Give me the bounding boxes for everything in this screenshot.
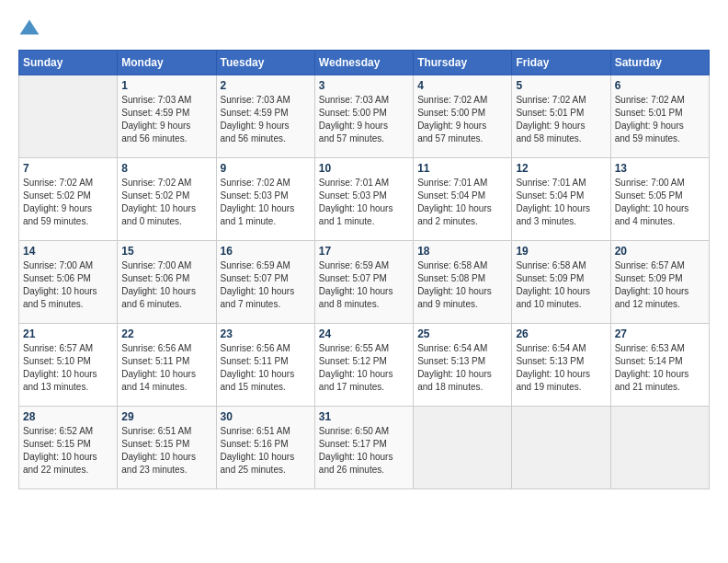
day-info: Sunrise: 6:58 AM Sunset: 5:08 PM Dayligh… (417, 259, 507, 311)
day-number: 19 (516, 245, 606, 258)
day-info: Sunrise: 6:51 AM Sunset: 5:16 PM Dayligh… (221, 425, 311, 477)
calendar-cell: 31Sunrise: 6:50 AM Sunset: 5:17 PM Dayli… (314, 407, 413, 489)
day-number: 22 (121, 327, 211, 340)
calendar-cell: 20Sunrise: 6:57 AM Sunset: 5:09 PM Dayli… (610, 241, 709, 324)
calendar-cell: 19Sunrise: 6:58 AM Sunset: 5:09 PM Dayli… (512, 241, 610, 324)
calendar-cell: 12Sunrise: 7:01 AM Sunset: 5:04 PM Dayli… (512, 158, 610, 241)
day-number: 20 (615, 245, 705, 258)
calendar-cell (19, 75, 118, 158)
page-header (18, 18, 710, 40)
calendar-cell: 5Sunrise: 7:02 AM Sunset: 5:01 PM Daylig… (512, 75, 610, 158)
day-number: 12 (516, 162, 606, 175)
calendar-cell: 4Sunrise: 7:02 AM Sunset: 5:00 PM Daylig… (414, 75, 512, 158)
day-info: Sunrise: 6:51 AM Sunset: 5:15 PM Dayligh… (121, 425, 211, 477)
day-info: Sunrise: 7:00 AM Sunset: 5:06 PM Dayligh… (121, 259, 211, 311)
day-info: Sunrise: 7:02 AM Sunset: 5:01 PM Dayligh… (516, 94, 606, 145)
day-number: 29 (121, 410, 211, 423)
weekday-header: Thursday (414, 51, 512, 75)
day-info: Sunrise: 6:59 AM Sunset: 5:07 PM Dayligh… (319, 259, 409, 311)
weekday-header: Wednesday (314, 51, 413, 75)
calendar-cell: 26Sunrise: 6:54 AM Sunset: 5:13 PM Dayli… (512, 324, 610, 407)
day-info: Sunrise: 7:00 AM Sunset: 5:05 PM Dayligh… (615, 177, 705, 228)
day-info: Sunrise: 7:02 AM Sunset: 5:02 PM Dayligh… (121, 177, 211, 228)
day-info: Sunrise: 7:00 AM Sunset: 5:06 PM Dayligh… (23, 259, 113, 311)
day-number: 15 (121, 245, 211, 258)
day-info: Sunrise: 6:50 AM Sunset: 5:17 PM Dayligh… (319, 425, 409, 477)
calendar-cell: 11Sunrise: 7:01 AM Sunset: 5:04 PM Dayli… (414, 158, 512, 241)
calendar-cell: 6Sunrise: 7:02 AM Sunset: 5:01 PM Daylig… (610, 75, 709, 158)
calendar-cell: 25Sunrise: 6:54 AM Sunset: 5:13 PM Dayli… (414, 324, 512, 407)
calendar-cell: 8Sunrise: 7:02 AM Sunset: 5:02 PM Daylig… (118, 158, 216, 241)
calendar-cell: 23Sunrise: 6:56 AM Sunset: 5:11 PM Dayli… (216, 324, 314, 407)
day-info: Sunrise: 6:55 AM Sunset: 5:12 PM Dayligh… (319, 342, 409, 394)
day-number: 5 (516, 79, 606, 92)
day-info: Sunrise: 7:01 AM Sunset: 5:04 PM Dayligh… (417, 177, 507, 228)
calendar-week-row: 7Sunrise: 7:02 AM Sunset: 5:02 PM Daylig… (19, 158, 710, 241)
day-number: 21 (23, 327, 113, 340)
day-number: 4 (417, 79, 507, 92)
day-number: 25 (417, 327, 507, 340)
weekday-header: Saturday (610, 51, 709, 75)
day-info: Sunrise: 7:02 AM Sunset: 5:00 PM Dayligh… (417, 94, 507, 145)
weekday-row: SundayMondayTuesdayWednesdayThursdayFrid… (19, 51, 710, 75)
calendar-cell: 21Sunrise: 6:57 AM Sunset: 5:10 PM Dayli… (19, 324, 118, 407)
day-number: 31 (319, 410, 409, 423)
weekday-header: Monday (118, 51, 216, 75)
calendar-cell: 27Sunrise: 6:53 AM Sunset: 5:14 PM Dayli… (610, 324, 709, 407)
day-number: 7 (23, 162, 113, 175)
day-number: 8 (121, 162, 211, 175)
logo (18, 18, 44, 40)
calendar-cell: 14Sunrise: 7:00 AM Sunset: 5:06 PM Dayli… (19, 241, 118, 324)
day-number: 11 (417, 162, 507, 175)
calendar-cell: 15Sunrise: 7:00 AM Sunset: 5:06 PM Dayli… (118, 241, 216, 324)
day-number: 28 (23, 410, 113, 423)
day-number: 10 (319, 162, 409, 175)
calendar-cell: 28Sunrise: 6:52 AM Sunset: 5:15 PM Dayli… (19, 407, 118, 489)
day-info: Sunrise: 6:56 AM Sunset: 5:11 PM Dayligh… (221, 342, 311, 394)
calendar-cell: 1Sunrise: 7:03 AM Sunset: 4:59 PM Daylig… (118, 75, 216, 158)
day-info: Sunrise: 7:01 AM Sunset: 5:03 PM Dayligh… (319, 177, 409, 228)
day-info: Sunrise: 6:58 AM Sunset: 5:09 PM Dayligh… (516, 259, 606, 311)
calendar-cell: 22Sunrise: 6:56 AM Sunset: 5:11 PM Dayli… (118, 324, 216, 407)
day-number: 17 (319, 245, 409, 258)
calendar-cell (512, 407, 610, 489)
calendar-cell: 30Sunrise: 6:51 AM Sunset: 5:16 PM Dayli… (216, 407, 314, 489)
day-info: Sunrise: 7:03 AM Sunset: 4:59 PM Dayligh… (121, 94, 211, 145)
calendar-cell: 10Sunrise: 7:01 AM Sunset: 5:03 PM Dayli… (314, 158, 413, 241)
calendar-week-row: 14Sunrise: 7:00 AM Sunset: 5:06 PM Dayli… (19, 241, 710, 324)
weekday-header: Sunday (19, 51, 118, 75)
calendar-body: 1Sunrise: 7:03 AM Sunset: 4:59 PM Daylig… (19, 75, 710, 489)
calendar-cell (414, 407, 512, 489)
day-number: 30 (221, 410, 311, 423)
day-number: 6 (615, 79, 705, 92)
calendar-cell: 7Sunrise: 7:02 AM Sunset: 5:02 PM Daylig… (19, 158, 118, 241)
day-number: 26 (516, 327, 606, 340)
calendar-cell: 18Sunrise: 6:58 AM Sunset: 5:08 PM Dayli… (414, 241, 512, 324)
day-info: Sunrise: 7:02 AM Sunset: 5:01 PM Dayligh… (615, 94, 705, 145)
day-info: Sunrise: 6:53 AM Sunset: 5:14 PM Dayligh… (615, 342, 705, 394)
calendar-header: SundayMondayTuesdayWednesdayThursdayFrid… (19, 51, 710, 75)
calendar-week-row: 28Sunrise: 6:52 AM Sunset: 5:15 PM Dayli… (19, 407, 710, 489)
day-info: Sunrise: 7:03 AM Sunset: 5:00 PM Dayligh… (319, 94, 409, 145)
day-number: 14 (23, 245, 113, 258)
day-info: Sunrise: 7:03 AM Sunset: 4:59 PM Dayligh… (221, 94, 311, 145)
calendar-cell: 24Sunrise: 6:55 AM Sunset: 5:12 PM Dayli… (314, 324, 413, 407)
calendar-cell: 3Sunrise: 7:03 AM Sunset: 5:00 PM Daylig… (314, 75, 413, 158)
calendar-week-row: 1Sunrise: 7:03 AM Sunset: 4:59 PM Daylig… (19, 75, 710, 158)
day-info: Sunrise: 7:02 AM Sunset: 5:03 PM Dayligh… (221, 177, 311, 228)
calendar-cell: 16Sunrise: 6:59 AM Sunset: 5:07 PM Dayli… (216, 241, 314, 324)
day-info: Sunrise: 7:01 AM Sunset: 5:04 PM Dayligh… (516, 177, 606, 228)
day-number: 9 (221, 162, 311, 175)
day-info: Sunrise: 6:57 AM Sunset: 5:09 PM Dayligh… (615, 259, 705, 311)
day-info: Sunrise: 6:56 AM Sunset: 5:11 PM Dayligh… (121, 342, 211, 394)
day-number: 3 (319, 79, 409, 92)
calendar-cell (610, 407, 709, 489)
calendar-table: SundayMondayTuesdayWednesdayThursdayFrid… (18, 50, 710, 489)
day-number: 1 (121, 79, 211, 92)
weekday-header: Friday (512, 51, 610, 75)
day-info: Sunrise: 6:54 AM Sunset: 5:13 PM Dayligh… (516, 342, 606, 394)
calendar-cell: 29Sunrise: 6:51 AM Sunset: 5:15 PM Dayli… (118, 407, 216, 489)
day-number: 23 (221, 327, 311, 340)
calendar-cell: 2Sunrise: 7:03 AM Sunset: 4:59 PM Daylig… (216, 75, 314, 158)
day-number: 27 (615, 327, 705, 340)
